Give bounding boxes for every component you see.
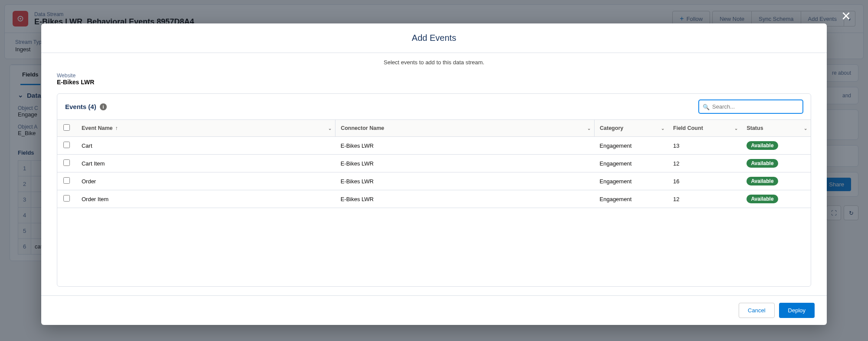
sort-asc-icon: ↑ [115,125,118,131]
empty-space [57,208,811,286]
add-events-modal: Add Events Select events to add to this … [41,23,827,325]
events-table: Event Name↑⌄ Connector Name⌄ Category⌄ F… [57,119,811,208]
col-field-count[interactable]: Field Count [673,125,703,131]
table-row: Cart E-Bikes LWR Engagement 13 Available [57,137,811,155]
chevron-down-icon[interactable]: ⌄ [661,126,664,131]
row-checkbox[interactable] [63,142,70,148]
cancel-button[interactable]: Cancel [739,303,774,318]
deploy-button[interactable]: Deploy [779,303,815,318]
info-icon[interactable]: i [100,103,107,110]
status-badge: Available [746,159,778,168]
events-heading: Events (4) [65,103,96,110]
chevron-down-icon[interactable]: ⌄ [587,126,591,131]
close-icon[interactable]: × [842,7,851,25]
select-all-checkbox[interactable] [63,124,70,131]
col-connector-name[interactable]: Connector Name [341,125,384,131]
row-checkbox[interactable] [63,159,70,166]
modal-subtitle: Select events to add to this data stream… [41,53,827,70]
modal-overlay: × Add Events Select events to add to thi… [0,0,868,341]
status-badge: Available [746,141,778,150]
search-icon: 🔍 [703,103,710,110]
table-row: Cart Item E-Bikes LWR Engagement 12 Avai… [57,155,811,172]
row-checkbox[interactable] [63,195,70,202]
status-badge: Available [746,195,778,203]
row-checkbox[interactable] [63,177,70,184]
col-category[interactable]: Category [600,125,623,131]
chevron-down-icon[interactable]: ⌄ [328,126,332,131]
status-badge: Available [746,177,778,185]
chevron-down-icon[interactable]: ⌄ [734,126,738,131]
modal-title: Add Events [41,23,827,53]
col-status[interactable]: Status [746,125,763,131]
chevron-down-icon[interactable]: ⌄ [804,126,807,131]
table-row: Order Item E-Bikes LWR Engagement 12 Ava… [57,190,811,208]
col-event-name[interactable]: Event Name [82,125,113,131]
website-value: E-Bikes LWR [57,79,811,86]
table-row: Order E-Bikes LWR Engagement 16 Availabl… [57,172,811,190]
search-input[interactable] [699,100,803,113]
website-label: Website [57,73,811,79]
